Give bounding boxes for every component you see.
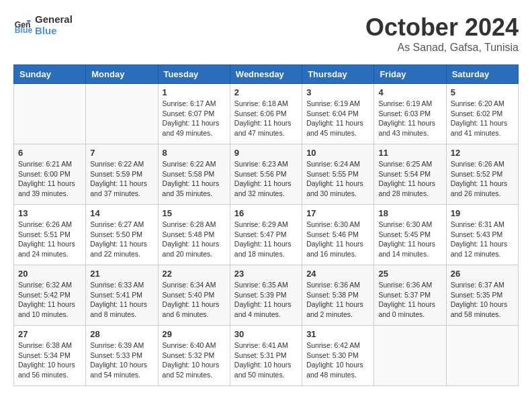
day-number: 12 [451, 148, 514, 158]
calendar-cell: 13Sunrise: 6:26 AM Sunset: 5:51 PM Dayli… [14, 205, 86, 265]
calendar-week-1: 1Sunrise: 6:17 AM Sunset: 6:07 PM Daylig… [14, 84, 519, 144]
day-info: Sunrise: 6:30 AM Sunset: 5:45 PM Dayligh… [378, 220, 441, 259]
day-number: 29 [163, 329, 226, 339]
day-info: Sunrise: 6:36 AM Sunset: 5:37 PM Dayligh… [378, 280, 441, 320]
calendar-header-row: SundayMondayTuesdayWednesdayThursdayFrid… [14, 65, 519, 84]
day-number: 8 [163, 148, 226, 158]
day-number: 27 [18, 329, 81, 339]
svg-text:Blue: Blue [15, 26, 32, 35]
calendar-week-3: 13Sunrise: 6:26 AM Sunset: 5:51 PM Dayli… [14, 205, 519, 265]
day-info: Sunrise: 6:20 AM Sunset: 6:02 PM Dayligh… [451, 99, 514, 138]
day-number: 3 [306, 87, 369, 97]
calendar-cell: 24Sunrise: 6:36 AM Sunset: 5:38 PM Dayli… [302, 265, 374, 326]
day-info: Sunrise: 6:31 AM Sunset: 5:43 PM Dayligh… [451, 220, 514, 259]
weekday-header-wednesday: Wednesday [230, 65, 302, 84]
calendar-cell: 22Sunrise: 6:34 AM Sunset: 5:40 PM Dayli… [158, 265, 230, 326]
day-number: 13 [18, 208, 81, 218]
day-number: 16 [234, 208, 298, 218]
calendar-cell [374, 326, 446, 386]
day-info: Sunrise: 6:22 AM Sunset: 5:58 PM Dayligh… [163, 159, 226, 199]
calendar-cell: 2Sunrise: 6:18 AM Sunset: 6:06 PM Daylig… [230, 84, 302, 144]
calendar-cell: 28Sunrise: 6:39 AM Sunset: 5:33 PM Dayli… [86, 326, 158, 386]
day-info: Sunrise: 6:33 AM Sunset: 5:41 PM Dayligh… [90, 280, 153, 320]
day-number: 26 [451, 269, 514, 279]
calendar-cell: 17Sunrise: 6:30 AM Sunset: 5:46 PM Dayli… [302, 205, 374, 265]
day-number: 28 [90, 329, 153, 339]
calendar-cell: 30Sunrise: 6:41 AM Sunset: 5:31 PM Dayli… [230, 326, 302, 386]
day-number: 1 [163, 87, 226, 97]
calendar-cell: 15Sunrise: 6:28 AM Sunset: 5:48 PM Dayli… [158, 205, 230, 265]
day-info: Sunrise: 6:23 AM Sunset: 5:56 PM Dayligh… [234, 159, 298, 199]
day-info: Sunrise: 6:21 AM Sunset: 6:00 PM Dayligh… [18, 159, 81, 199]
day-number: 17 [306, 208, 369, 218]
day-number: 22 [163, 269, 226, 279]
day-number: 11 [378, 148, 441, 158]
day-info: Sunrise: 6:25 AM Sunset: 5:54 PM Dayligh… [378, 159, 441, 199]
day-info: Sunrise: 6:17 AM Sunset: 6:07 PM Dayligh… [163, 99, 226, 138]
calendar-cell: 7Sunrise: 6:22 AM Sunset: 5:59 PM Daylig… [86, 144, 158, 205]
calendar-cell [14, 84, 86, 144]
day-info: Sunrise: 6:28 AM Sunset: 5:48 PM Dayligh… [163, 220, 226, 259]
calendar-table: SundayMondayTuesdayWednesdayThursdayFrid… [13, 64, 519, 386]
calendar-cell: 11Sunrise: 6:25 AM Sunset: 5:54 PM Dayli… [374, 144, 446, 205]
calendar-cell: 16Sunrise: 6:29 AM Sunset: 5:47 PM Dayli… [230, 205, 302, 265]
day-number: 23 [234, 269, 298, 279]
calendar-cell: 12Sunrise: 6:26 AM Sunset: 5:52 PM Dayli… [446, 144, 518, 205]
day-info: Sunrise: 6:29 AM Sunset: 5:47 PM Dayligh… [234, 220, 298, 259]
day-info: Sunrise: 6:36 AM Sunset: 5:38 PM Dayligh… [306, 280, 369, 320]
calendar-week-4: 20Sunrise: 6:32 AM Sunset: 5:42 PM Dayli… [14, 265, 519, 326]
calendar-cell: 31Sunrise: 6:42 AM Sunset: 5:30 PM Dayli… [302, 326, 374, 386]
day-info: Sunrise: 6:32 AM Sunset: 5:42 PM Dayligh… [18, 280, 81, 320]
day-number: 9 [234, 148, 298, 158]
calendar-cell: 29Sunrise: 6:40 AM Sunset: 5:32 PM Dayli… [158, 326, 230, 386]
calendar-cell: 19Sunrise: 6:31 AM Sunset: 5:43 PM Dayli… [446, 205, 518, 265]
day-number: 20 [18, 269, 81, 279]
calendar-week-2: 6Sunrise: 6:21 AM Sunset: 6:00 PM Daylig… [14, 144, 519, 205]
day-info: Sunrise: 6:19 AM Sunset: 6:04 PM Dayligh… [306, 99, 369, 138]
calendar-cell: 8Sunrise: 6:22 AM Sunset: 5:58 PM Daylig… [158, 144, 230, 205]
weekday-header-monday: Monday [86, 65, 158, 84]
day-number: 14 [90, 208, 153, 218]
day-number: 25 [378, 269, 441, 279]
weekday-header-friday: Friday [374, 65, 446, 84]
day-info: Sunrise: 6:18 AM Sunset: 6:06 PM Dayligh… [234, 99, 298, 138]
location-subtitle: As Sanad, Gafsa, Tunisia [365, 42, 519, 54]
logo-text-line1: General [35, 13, 73, 25]
day-info: Sunrise: 6:22 AM Sunset: 5:59 PM Dayligh… [90, 159, 153, 199]
day-info: Sunrise: 6:34 AM Sunset: 5:40 PM Dayligh… [163, 280, 226, 320]
day-info: Sunrise: 6:39 AM Sunset: 5:33 PM Dayligh… [90, 340, 153, 380]
title-block: October 2024 As Sanad, Gafsa, Tunisia [365, 13, 519, 54]
logo-text-line2: Blue [35, 25, 73, 36]
day-info: Sunrise: 6:37 AM Sunset: 5:35 PM Dayligh… [451, 280, 514, 320]
calendar-cell [86, 84, 158, 144]
day-number: 30 [234, 329, 298, 339]
calendar-cell: 23Sunrise: 6:35 AM Sunset: 5:39 PM Dayli… [230, 265, 302, 326]
month-title: October 2024 [365, 13, 519, 42]
calendar-cell [446, 326, 518, 386]
day-number: 5 [451, 87, 514, 97]
calendar-cell: 1Sunrise: 6:17 AM Sunset: 6:07 PM Daylig… [158, 84, 230, 144]
calendar-cell: 6Sunrise: 6:21 AM Sunset: 6:00 PM Daylig… [14, 144, 86, 205]
weekday-header-sunday: Sunday [14, 65, 86, 84]
weekday-header-thursday: Thursday [302, 65, 374, 84]
calendar-cell: 27Sunrise: 6:38 AM Sunset: 5:34 PM Dayli… [14, 326, 86, 386]
day-number: 2 [234, 87, 298, 97]
day-info: Sunrise: 6:26 AM Sunset: 5:52 PM Dayligh… [451, 159, 514, 199]
day-number: 19 [451, 208, 514, 218]
calendar-cell: 3Sunrise: 6:19 AM Sunset: 6:04 PM Daylig… [302, 84, 374, 144]
day-number: 4 [378, 87, 441, 97]
day-number: 15 [163, 208, 226, 218]
calendar-cell: 26Sunrise: 6:37 AM Sunset: 5:35 PM Dayli… [446, 265, 518, 326]
day-info: Sunrise: 6:42 AM Sunset: 5:30 PM Dayligh… [306, 340, 369, 380]
day-info: Sunrise: 6:35 AM Sunset: 5:39 PM Dayligh… [234, 280, 298, 320]
logo: Gen Blue General Blue [13, 13, 73, 37]
calendar-cell: 25Sunrise: 6:36 AM Sunset: 5:37 PM Dayli… [374, 265, 446, 326]
logo-icon: Gen Blue [13, 15, 32, 34]
calendar-cell: 20Sunrise: 6:32 AM Sunset: 5:42 PM Dayli… [14, 265, 86, 326]
weekday-header-tuesday: Tuesday [158, 65, 230, 84]
calendar-cell: 9Sunrise: 6:23 AM Sunset: 5:56 PM Daylig… [230, 144, 302, 205]
day-number: 6 [18, 148, 81, 158]
day-info: Sunrise: 6:19 AM Sunset: 6:03 PM Dayligh… [378, 99, 441, 138]
day-number: 10 [306, 148, 369, 158]
page-header: Gen Blue General Blue October 2024 As Sa… [13, 13, 519, 54]
